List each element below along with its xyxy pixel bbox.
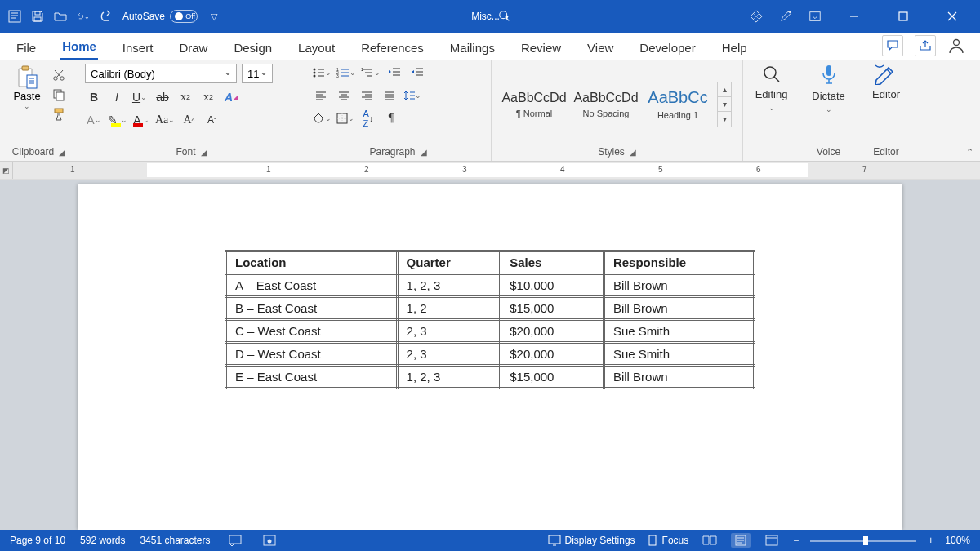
table-cell[interactable]: Sue Smith bbox=[604, 343, 754, 366]
zoom-out[interactable]: − bbox=[793, 535, 799, 546]
table-cell[interactable]: 1, 2 bbox=[397, 297, 501, 320]
bullets-button[interactable] bbox=[312, 64, 332, 82]
table-cell[interactable]: $20,000 bbox=[501, 320, 604, 343]
tab-design[interactable]: Design bbox=[232, 36, 274, 60]
copy-icon[interactable] bbox=[51, 87, 67, 103]
table-header[interactable]: Location bbox=[226, 251, 398, 274]
table-cell[interactable]: A – East Coast bbox=[226, 274, 398, 297]
table-cell[interactable]: Bill Brown bbox=[604, 297, 754, 320]
align-right-button[interactable] bbox=[358, 87, 376, 104]
close-button[interactable] bbox=[936, 0, 969, 33]
tab-review[interactable]: Review bbox=[519, 36, 563, 60]
table-cell[interactable]: 1, 2, 3 bbox=[397, 274, 501, 297]
table-cell[interactable]: D – West Coast bbox=[226, 343, 398, 366]
format-painter-icon[interactable] bbox=[51, 106, 67, 122]
dictate-button[interactable]: Dictate⌄ bbox=[807, 64, 850, 113]
tab-developer[interactable]: Developer bbox=[638, 36, 697, 60]
table-cell[interactable]: $20,000 bbox=[501, 343, 604, 366]
word-count[interactable]: 592 words bbox=[80, 535, 125, 546]
style-heading1[interactable]: AaBbCcHeading 1 bbox=[644, 79, 712, 130]
web-layout-icon[interactable] bbox=[762, 533, 782, 548]
justify-button[interactable] bbox=[381, 87, 399, 104]
document-area[interactable]: Location Quarter Sales Responsible A – E… bbox=[0, 180, 980, 530]
bold-button[interactable]: B bbox=[85, 88, 103, 106]
highlight-button[interactable]: ✎ bbox=[108, 111, 127, 129]
open-icon[interactable] bbox=[54, 10, 67, 23]
tab-layout[interactable]: Layout bbox=[296, 36, 336, 60]
styles-scroll[interactable]: ▴▾▾ bbox=[717, 82, 732, 127]
strikethrough-button[interactable]: ab bbox=[154, 88, 172, 106]
share-button[interactable] bbox=[915, 35, 936, 56]
superscript-button[interactable]: x2 bbox=[199, 88, 217, 106]
grow-font-button[interactable]: A^ bbox=[180, 111, 198, 129]
autosave-toggle[interactable]: AutoSave Off bbox=[122, 10, 198, 23]
align-center-button[interactable] bbox=[335, 87, 353, 104]
styles-launcher-icon[interactable]: ◢ bbox=[630, 148, 636, 157]
search-icon[interactable] bbox=[498, 10, 511, 23]
read-mode-icon[interactable] bbox=[700, 533, 719, 548]
text-effects-button[interactable]: A◢ bbox=[222, 88, 240, 106]
table-cell[interactable]: 1, 2, 3 bbox=[397, 366, 501, 389]
shrink-font-button[interactable]: Aˇ bbox=[203, 111, 220, 129]
font-size-select[interactable]: 11 bbox=[242, 64, 273, 83]
change-case-button[interactable]: Aa bbox=[155, 111, 175, 129]
macro-icon[interactable] bbox=[260, 533, 279, 548]
redo-icon[interactable] bbox=[100, 10, 113, 23]
char-count[interactable]: 3451 characters bbox=[140, 535, 210, 546]
pen-icon[interactable] bbox=[779, 10, 792, 23]
cut-icon[interactable] bbox=[51, 67, 67, 83]
spelling-icon[interactable] bbox=[225, 533, 245, 548]
zoom-slider[interactable] bbox=[810, 540, 916, 542]
shading-button[interactable] bbox=[312, 109, 332, 127]
tab-draw[interactable]: Draw bbox=[177, 36, 209, 60]
minimize-button[interactable] bbox=[838, 0, 871, 33]
table-cell[interactable]: Bill Brown bbox=[604, 366, 754, 389]
table-cell[interactable]: 2, 3 bbox=[397, 343, 501, 366]
show-marks-button[interactable]: ¶ bbox=[382, 109, 400, 127]
sort-button[interactable]: AZ↓ bbox=[359, 109, 377, 127]
zoom-level[interactable]: 100% bbox=[945, 535, 970, 546]
borders-button[interactable] bbox=[336, 109, 354, 127]
clipboard-launcher-icon[interactable]: ◢ bbox=[59, 148, 65, 157]
table-cell[interactable]: $10,000 bbox=[501, 274, 604, 297]
increase-indent-button[interactable] bbox=[408, 64, 426, 82]
maximize-button[interactable] bbox=[887, 0, 920, 33]
ribbon-mode-icon[interactable] bbox=[808, 10, 822, 23]
tab-help[interactable]: Help bbox=[720, 36, 749, 60]
editing-button[interactable]: Editing⌄ bbox=[750, 64, 793, 112]
font-name-select[interactable]: Calibri (Body) bbox=[85, 64, 237, 83]
editor-button[interactable]: Editor bbox=[864, 64, 908, 100]
focus-mode[interactable]: Focus bbox=[647, 535, 689, 546]
display-settings[interactable]: Display Settings bbox=[548, 535, 635, 546]
page-indicator[interactable]: Page 9 of 10 bbox=[10, 535, 65, 546]
tab-mailings[interactable]: Mailings bbox=[448, 36, 497, 60]
table-cell[interactable]: C – West Coast bbox=[226, 320, 398, 343]
numbering-button[interactable]: 123 bbox=[336, 64, 356, 82]
style-normal[interactable]: AaBbCcDd¶ Normal bbox=[500, 79, 568, 130]
tab-view[interactable]: View bbox=[586, 36, 615, 60]
align-left-button[interactable] bbox=[312, 87, 330, 104]
zoom-in[interactable]: + bbox=[928, 535, 933, 546]
paragraph-launcher-icon[interactable]: ◢ bbox=[421, 148, 427, 157]
table-cell[interactable]: B – East Coast bbox=[226, 297, 398, 320]
print-layout-icon[interactable] bbox=[731, 533, 751, 548]
paste-button[interactable]: Paste ⌄ bbox=[7, 64, 47, 110]
table-cell[interactable]: E – East Coast bbox=[226, 366, 398, 389]
tab-insert[interactable]: Insert bbox=[121, 36, 155, 60]
qat-overflow-icon[interactable]: ▽ bbox=[207, 10, 220, 23]
table-cell[interactable]: Bill Brown bbox=[604, 274, 754, 297]
italic-button[interactable]: I bbox=[108, 88, 126, 106]
tab-home[interactable]: Home bbox=[60, 34, 98, 60]
table-cell[interactable]: $15,000 bbox=[501, 297, 604, 320]
tab-references[interactable]: References bbox=[359, 36, 425, 60]
table-cell[interactable]: Sue Smith bbox=[604, 320, 754, 343]
font-launcher-icon[interactable]: ◢ bbox=[201, 148, 207, 157]
tab-file[interactable]: File bbox=[15, 36, 38, 60]
undo-icon[interactable]: ⌄ bbox=[77, 10, 90, 23]
table-header[interactable]: Quarter bbox=[397, 251, 501, 274]
multilevel-button[interactable]: 1 bbox=[361, 64, 381, 82]
table-cell[interactable]: 2, 3 bbox=[397, 320, 501, 343]
autosave-file-icon[interactable] bbox=[8, 10, 21, 23]
account-icon[interactable] bbox=[947, 37, 965, 55]
style-nospacing[interactable]: AaBbCcDdNo Spacing bbox=[572, 79, 640, 130]
